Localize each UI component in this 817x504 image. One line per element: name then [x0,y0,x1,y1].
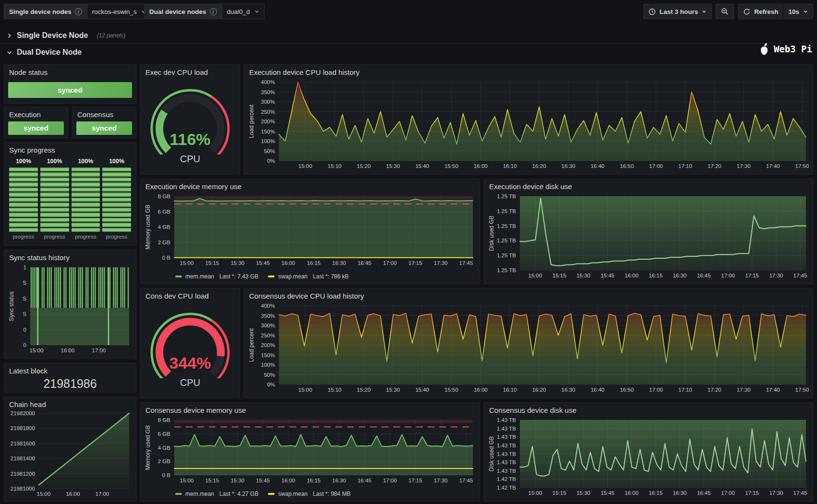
gauge-segment [102,198,131,202]
info-icon[interactable]: i [210,8,217,15]
svg-text:116%: 116% [169,130,210,148]
panel-title[interactable]: Sync progress [9,146,55,154]
gauge-segment [40,213,69,216]
gauge-segment [9,198,38,202]
svg-text:Disk used GB: Disk used GB [488,216,495,251]
row-dual-device-node[interactable]: Dual Device Node [0,45,82,60]
svg-text:16:40: 16:40 [590,163,604,169]
svg-text:2 GB: 2 GB [158,240,171,245]
gauge-segment [102,223,131,227]
panel-title[interactable]: Consensus device CPU load history [249,292,364,300]
svg-text:16:00: 16:00 [474,387,488,393]
svg-text:15:00: 15:00 [299,163,312,169]
gauge-segment [9,208,38,212]
sync-status-chart[interactable]: 1SSS0015:0016:0017:00Sync status [8,264,132,355]
panel-latest-block: Latest block 21981986 [4,363,136,393]
panel-title[interactable]: Execution device CPU load history [249,68,360,76]
panel-title[interactable]: Cons dev CPU load [145,292,209,300]
svg-text:15:15: 15:15 [205,478,219,483]
gauge-segment [9,172,38,176]
svg-text:21981800: 21981800 [11,425,35,431]
zoom-out-button[interactable] [716,4,734,19]
chain-head-chart[interactable]: 2198200021981800219816002198140021981200… [8,410,132,498]
panel-cons-cpu-gauge: Cons dev CPU load 344% CPU [140,288,240,398]
svg-text:21981000: 21981000 [11,486,35,492]
gauge-segment [72,218,100,222]
panel-title[interactable]: Consensus device memory use [145,406,246,414]
legend-item-mem[interactable]: mem.mean Last *: 7.43 GB [175,273,258,280]
svg-text:16:00: 16:00 [61,348,75,353]
gauge-segment [72,213,100,216]
svg-text:16:10: 16:10 [503,163,517,169]
sync-progress-column: 100%progress [102,158,131,241]
legend-item-mem[interactable]: mem.mean Last *: 4.27 GB [175,491,258,497]
toolbar: Single device nodes i rockos-eswin_s Dua… [0,0,817,23]
gauge-segments [102,168,131,232]
cons-disk-chart[interactable]: 1.43 TB1.43 TB1.43 TB1.43 TB1.43 TB1.43 … [488,417,809,497]
gauge-segment [9,168,38,171]
panel-title[interactable]: Latest block [9,367,48,375]
svg-text:21981600: 21981600 [11,441,35,446]
legend-name: mem.mean [185,491,214,497]
variable-value-dropdown[interactable]: dual0_d [222,4,264,19]
gauge-value-label: 100% [72,158,100,167]
sync-progress-column: 100%progress [72,158,100,241]
legend-name: swap.mean [278,273,307,280]
refresh-interval-dropdown[interactable]: 10s [783,4,813,19]
gauge-bottom-label: progress [102,234,131,241]
gauge-segment [102,168,131,171]
svg-text:16:45: 16:45 [358,260,372,266]
panel-title[interactable]: Node status [9,68,48,76]
exec-memory-chart[interactable]: 8 GB6 GB4 GB2 GB0 B15:0015:1515:3015:451… [144,193,476,267]
panel-title[interactable]: Sync status history [9,253,70,262]
panel-title[interactable]: Execution device disk use [489,182,572,191]
gauge-unit-label: CPU [180,154,200,165]
svg-text:17:40: 17:40 [766,387,780,393]
gauge-segment [40,192,69,196]
svg-text:15:40: 15:40 [415,387,429,393]
panel-exec-cpu-history: Execution device CPU load history 400%35… [244,64,813,175]
cons-memory-chart[interactable]: 8 GB6 GB4 GB2 GB0 B15:0015:1515:3015:451… [144,417,476,485]
gauge-segment [72,208,100,212]
panel-title[interactable]: Execution [9,110,41,119]
legend-item-swap[interactable]: swap.mean Last *: 786 kB [268,273,348,280]
panel-title[interactable]: Consensus device disk use [489,406,577,414]
panel-title[interactable]: Chain head [9,400,46,408]
svg-text:250%: 250% [261,109,275,115]
exec-disk-chart[interactable]: 1.25 TB1.25 TB1.25 TB1.25 TB1.25 TB1.25 … [488,193,809,280]
svg-text:17:00: 17:00 [721,273,735,278]
panel-title[interactable]: Consensus [77,110,113,119]
svg-text:15:20: 15:20 [357,163,371,169]
svg-text:16:15: 16:15 [649,490,663,496]
refresh-button[interactable]: Refresh [738,4,783,19]
exec-cpu-history-chart[interactable]: 400%350%300%250%200%150%100%50%0%15:0015… [248,79,809,170]
variable-label-text: Dual device nodes [149,8,206,15]
svg-text:15:45: 15:45 [601,490,614,496]
svg-text:17:30: 17:30 [769,490,783,496]
time-range-label: Last 3 hours [660,8,698,15]
legend-item-swap[interactable]: swap.mean Last *: 984 MB [268,491,350,497]
svg-text:17:15: 17:15 [745,490,759,496]
chevron-down-icon [7,50,12,55]
svg-text:0: 0 [24,327,26,333]
row-single-device-node[interactable]: Single Device Node (12 panels) [0,28,126,43]
info-icon[interactable]: i [75,8,82,15]
gauge-segment [102,182,131,186]
svg-text:17:00: 17:00 [383,478,397,483]
time-range-picker[interactable]: Last 3 hours [643,4,712,19]
cons-cpu-history-chart[interactable]: 400%350%300%250%200%150%100%50%0%15:0015… [248,303,809,394]
svg-text:4 GB: 4 GB [158,224,171,230]
svg-text:1.25 TB: 1.25 TB [497,193,516,199]
svg-text:17:20: 17:20 [708,163,721,169]
gauge-segment [72,178,100,181]
raspberry-icon [758,42,770,56]
svg-text:0 B: 0 B [162,255,171,261]
gauge-segment [9,178,38,181]
panel-title[interactable]: Execution device memory use [145,182,241,191]
variable-value-dropdown[interactable]: rockos-eswin_s [87,4,151,19]
svg-text:1.43 TB: 1.43 TB [497,459,516,465]
panel-sync-progress: Sync progress 100%progress100%progress10… [4,142,136,246]
panel-title[interactable]: Exec dev CPU load [145,68,208,76]
zoom-out-icon [721,8,729,15]
gauge-segments [9,168,38,232]
